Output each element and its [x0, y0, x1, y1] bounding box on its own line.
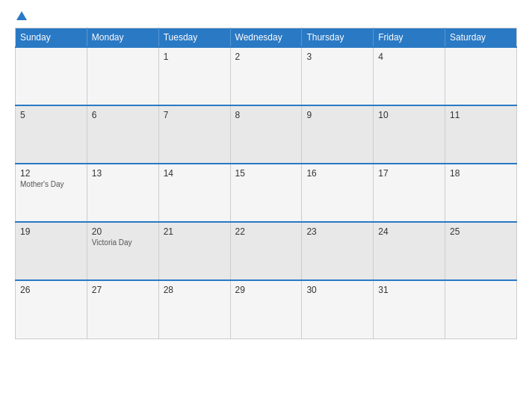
day-number: 11: [450, 110, 512, 120]
logo-triangle-icon: [16, 11, 27, 20]
day-number: 18: [450, 168, 512, 179]
day-number: 3: [306, 52, 368, 62]
days-of-week-row: SundayMondayTuesdayWednesdayThursdayFrid…: [16, 28, 517, 48]
calendar-day-cell: 23: [302, 222, 374, 280]
calendar-day-cell: 4: [374, 47, 445, 105]
calendar-day-cell: 31: [374, 280, 445, 339]
calendar-day-cell: 25: [445, 222, 517, 280]
logo: [15, 11, 27, 22]
day-number: 24: [378, 226, 440, 237]
day-number: 27: [92, 285, 154, 295]
calendar-day-cell: [445, 47, 517, 105]
day-number: 12: [20, 168, 82, 179]
calendar-day-cell: 29: [230, 280, 302, 339]
calendar-week-row: 12Mother's Day131415161718: [16, 164, 517, 222]
calendar-day-cell: 10: [374, 105, 445, 164]
page: SundayMondayTuesdayWednesdayThursdayFrid…: [0, 0, 532, 411]
calendar-day-cell: 19: [16, 222, 87, 280]
calendar-day-cell: 9: [302, 105, 374, 164]
day-number: 16: [306, 168, 368, 179]
calendar-day-cell: [87, 47, 158, 105]
day-of-week-header: Wednesday: [230, 28, 302, 48]
day-of-week-header: Saturday: [445, 28, 517, 48]
day-number: 4: [378, 52, 440, 62]
day-number: 20: [92, 226, 154, 237]
day-number: 19: [20, 226, 82, 237]
day-number: 15: [235, 168, 297, 179]
day-number: 2: [235, 52, 297, 62]
day-number: 8: [235, 110, 297, 120]
calendar-week-row: 1234: [16, 47, 517, 105]
header: [15, 11, 517, 22]
day-number: 7: [164, 110, 226, 120]
day-number: 29: [235, 285, 297, 295]
day-of-week-header: Monday: [87, 28, 158, 48]
day-number: 26: [20, 285, 82, 295]
day-number: 31: [378, 285, 440, 295]
calendar-table: SundayMondayTuesdayWednesdayThursdayFrid…: [15, 28, 517, 339]
calendar-body: 123456789101112Mother's Day1314151617181…: [16, 47, 517, 339]
calendar-day-cell: [445, 280, 517, 339]
day-of-week-header: Thursday: [302, 28, 374, 48]
day-number: 30: [306, 285, 368, 295]
day-of-week-header: Sunday: [16, 28, 87, 48]
calendar-day-cell: 6: [87, 105, 158, 164]
calendar-day-cell: 30: [302, 280, 374, 339]
day-of-week-header: Friday: [374, 28, 445, 48]
day-number: 5: [20, 110, 82, 120]
calendar-day-cell: 21: [158, 222, 230, 280]
calendar-header: SundayMondayTuesdayWednesdayThursdayFrid…: [16, 28, 517, 48]
day-number: 13: [92, 168, 154, 179]
holiday-label: Victoria Day: [92, 238, 154, 247]
day-number: 14: [164, 168, 226, 179]
calendar-day-cell: 20Victoria Day: [87, 222, 158, 280]
calendar-day-cell: 12Mother's Day: [16, 164, 87, 222]
calendar-day-cell: 7: [158, 105, 230, 164]
calendar-day-cell: 2: [230, 47, 302, 105]
calendar-day-cell: 1: [158, 47, 230, 105]
day-number: 21: [164, 226, 226, 237]
day-number: 25: [450, 226, 512, 237]
calendar-day-cell: 5: [16, 105, 87, 164]
day-number: 22: [235, 226, 297, 237]
calendar-day-cell: 26: [16, 280, 87, 339]
calendar-day-cell: 8: [230, 105, 302, 164]
day-number: 9: [306, 110, 368, 120]
calendar-day-cell: 27: [87, 280, 158, 339]
calendar-day-cell: 3: [302, 47, 374, 105]
calendar-day-cell: 11: [445, 105, 517, 164]
calendar-week-row: 567891011: [16, 105, 517, 164]
calendar-day-cell: 18: [445, 164, 517, 222]
calendar-day-cell: 15: [230, 164, 302, 222]
day-number: 23: [306, 226, 368, 237]
holiday-label: Mother's Day: [20, 180, 82, 188]
calendar-day-cell: 17: [374, 164, 445, 222]
day-number: 10: [378, 110, 440, 120]
calendar-week-row: 1920Victoria Day2122232425: [16, 222, 517, 280]
day-number: 6: [92, 110, 154, 120]
calendar-day-cell: [16, 47, 87, 105]
calendar-day-cell: 22: [230, 222, 302, 280]
calendar-day-cell: 14: [158, 164, 230, 222]
day-number: 17: [378, 168, 440, 179]
calendar-day-cell: 24: [374, 222, 445, 280]
day-of-week-header: Tuesday: [158, 28, 230, 48]
calendar-day-cell: 13: [87, 164, 158, 222]
calendar-week-row: 262728293031: [16, 280, 517, 339]
day-number: 28: [164, 285, 226, 295]
calendar-day-cell: 28: [158, 280, 230, 339]
calendar-day-cell: 16: [302, 164, 374, 222]
day-number: 1: [164, 52, 226, 62]
